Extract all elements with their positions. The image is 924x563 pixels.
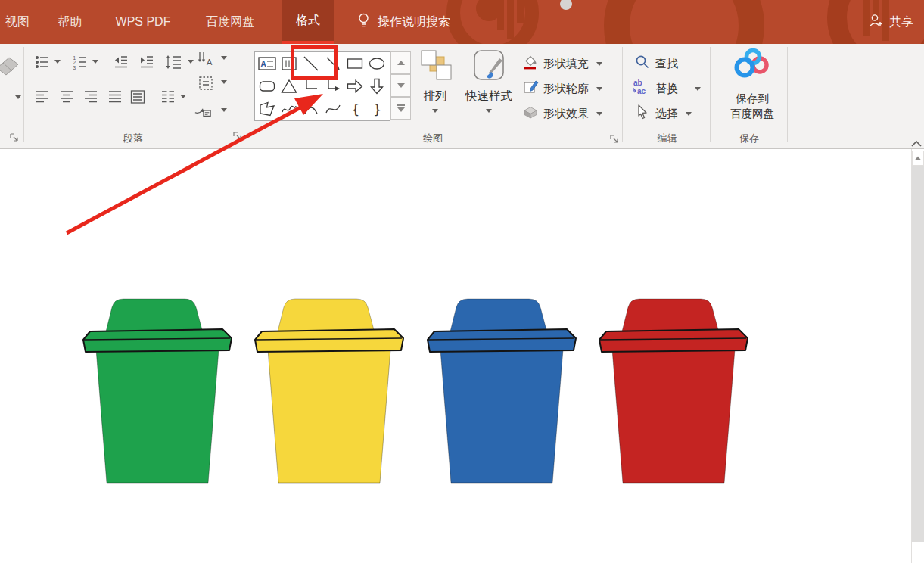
shape-elbow-connector[interactable] [300,76,322,97]
align-text-button[interactable] [197,74,215,92]
tab-format[interactable]: 格式 [282,0,334,44]
arrange-icon [418,48,453,86]
shapes-scroll-down-button[interactable] [390,74,411,97]
align-left-button[interactable] [33,88,51,106]
find-icon [634,54,651,73]
shape-down-arrow[interactable] [366,76,387,97]
baidu-netdisk-cloud-icon [733,47,772,88]
share-person-icon [869,13,884,31]
shape-text-box[interactable]: A [257,53,278,74]
save-to-baidu-netdisk-button[interactable]: 保存到 百度网盘 [716,47,789,121]
replace-icon: ab ac [631,78,651,99]
line-spacing-button[interactable] [165,53,183,71]
tell-me-label: 操作说明搜索 [378,14,450,30]
svg-text:}: } [373,101,381,117]
shape-oval[interactable] [366,53,387,74]
eraser-icon[interactable] [0,53,21,76]
yellow-bin[interactable] [251,295,407,486]
tab-wps-pdf[interactable]: WPS PDF [101,0,185,44]
shape-triangle[interactable] [278,76,300,97]
shapes-more-button[interactable] [390,97,411,120]
font-dialog-launcher[interactable] [8,132,20,143]
increase-indent-button[interactable] [138,53,156,71]
quick-styles-icon [469,48,509,86]
shapes-scroll-up-button[interactable] [390,51,411,74]
convert-smartart-button[interactable] [194,101,212,120]
shape-effects-icon [522,104,539,123]
drawing-dialog-launcher[interactable] [608,133,620,145]
numbering-button[interactable]: 123 [71,53,89,71]
paragraph-dialog-launcher[interactable] [232,130,243,142]
shape-left-brace[interactable]: { [344,98,366,120]
bullets-dropdown[interactable] [54,60,61,64]
shape-vertical-text-box[interactable] [278,53,300,74]
text-direction-dropdown[interactable] [221,56,227,60]
share-label: 共享 [889,14,913,30]
svg-text:A: A [207,58,213,67]
convert-smartart-dropdown[interactable] [221,108,227,112]
columns-button[interactable] [159,88,177,106]
left-partial-dropdown[interactable] [15,95,21,99]
find-button[interactable]: 查找 [634,53,678,74]
tab-view[interactable]: 视图 [0,0,35,44]
shape-fill-label: 形状填充 [543,57,589,71]
shape-arrow[interactable] [322,53,344,74]
shapes-gallery: A{} [254,51,390,121]
tab-baidu-netdisk[interactable]: 百度网盘 [189,0,271,44]
justify-button[interactable] [106,88,124,106]
scrollbar-up-button[interactable] [912,151,924,166]
arrange-button[interactable]: 排列 [415,48,456,113]
svg-text:3: 3 [73,65,76,70]
green-bin[interactable] [79,295,235,486]
shape-elbow-arrow-connector[interactable] [322,76,344,97]
tell-me-search[interactable]: 操作说明搜索 [357,0,450,44]
select-label: 选择 [655,107,678,121]
shape-arc[interactable] [300,98,322,120]
align-center-button[interactable] [58,88,76,106]
select-cursor-icon [634,104,651,123]
find-label: 查找 [655,57,678,71]
columns-dropdown[interactable] [180,95,186,98]
numbering-dropdown[interactable] [92,60,98,64]
shape-line[interactable] [300,53,322,74]
align-right-button[interactable] [82,88,100,106]
quick-styles-button[interactable]: 快速样式 [456,48,522,113]
scrollbar-thumb[interactable] [912,166,924,542]
shape-freeform[interactable] [257,98,278,120]
vertical-scrollbar [911,149,924,563]
shape-effects-button[interactable]: 形状效果 [522,103,602,124]
shape-fill-button[interactable]: 形状填充 [522,53,602,74]
quick-styles-label: 快速样式 [465,89,512,104]
distribute-button[interactable] [129,88,147,106]
tab-help[interactable]: 帮助 [45,0,94,44]
svg-text:{: { [351,101,359,117]
line-spacing-dropdown[interactable] [188,60,194,64]
shape-right-brace[interactable]: } [366,98,387,120]
editing-group-label: 编辑 [623,132,711,147]
ribbon: 123 A 段落 A{} 排列 [0,44,924,149]
bullets-button[interactable] [33,53,51,71]
align-text-dropdown[interactable] [221,80,227,84]
arrange-label: 排列 [424,89,447,104]
replace-button[interactable]: ab ac 替换 [631,78,701,99]
text-direction-button[interactable]: A [197,50,215,68]
shape-outline-button[interactable]: 形状轮廓 [522,78,602,99]
drawing-group-label: 绘图 [244,132,622,147]
red-bin[interactable] [596,295,751,486]
decrease-indent-button[interactable] [112,53,130,71]
shape-rounded-rectangle[interactable] [257,76,278,97]
share-button[interactable]: 共享 [869,0,913,44]
shape-right-arrow[interactable] [344,76,366,97]
svg-text:ac: ac [637,87,646,95]
select-button[interactable]: 选择 [634,103,692,124]
shape-curve[interactable] [322,98,344,120]
replace-label: 替换 [655,82,678,96]
shape-effects-label: 形状效果 [543,107,589,121]
collapse-ribbon-chevron[interactable] [910,138,922,147]
save-button-line1: 保存到 [736,91,769,106]
shape-scribble[interactable] [278,98,300,120]
blue-bin[interactable] [424,295,580,486]
save-button-line2: 百度网盘 [730,106,774,121]
shape-outline-label: 形状轮廓 [543,82,589,96]
shape-rectangle[interactable] [344,53,366,74]
